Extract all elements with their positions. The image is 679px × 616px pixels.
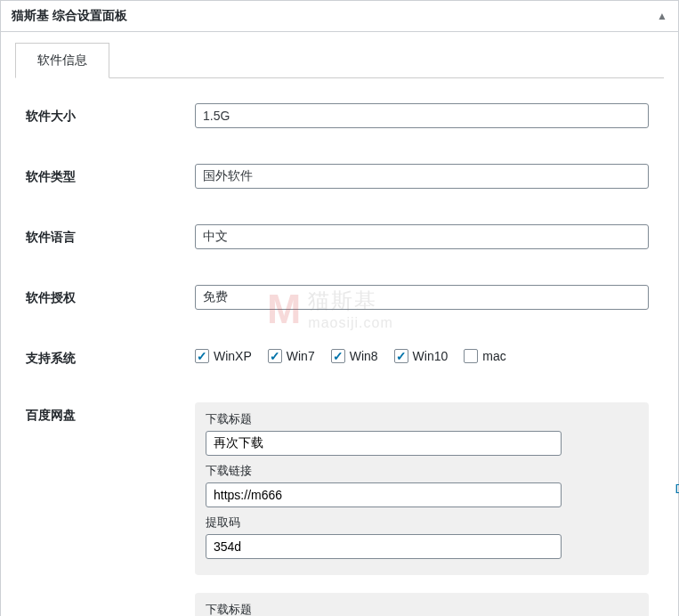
checkbox-winxp[interactable] (195, 349, 209, 363)
checkbox-item-win8[interactable]: Win8 (331, 349, 378, 363)
panel-body: 软件信息 软件大小 软件类型 软件语言 软件授权 (1, 32, 678, 616)
row-software-license: 软件授权 (15, 285, 664, 310)
checkbox-label-win10: Win10 (413, 349, 449, 363)
row-supported-os: 支持系统 WinXP Win7 Win8 (15, 345, 664, 367)
input-software-size[interactable] (195, 103, 649, 128)
checkbox-label-winxp: WinXP (214, 349, 252, 363)
os-checkbox-group: WinXP Win7 Win8 Win10 (195, 345, 664, 363)
row-software-language: 软件语言 (15, 224, 664, 249)
checkbox-item-mac[interactable]: mac (464, 349, 505, 363)
checkbox-mac[interactable] (464, 349, 478, 363)
checkbox-item-winxp[interactable]: WinXP (195, 349, 252, 363)
download-code-input-1[interactable] (206, 534, 562, 559)
row-software-type: 软件类型 (15, 164, 664, 189)
download-link-label-1: 下载链接 (206, 463, 638, 479)
download-group-2: 下载标题 (195, 593, 649, 616)
download-code-label-1: 提取码 (206, 515, 638, 531)
panel-title: 猫斯基 综合设置面板 (12, 8, 127, 24)
label-software-type: 软件类型 (26, 164, 195, 185)
checkbox-win10[interactable] (394, 349, 408, 363)
input-software-type[interactable] (195, 164, 649, 189)
label-baidu-pan: 百度网盘 (26, 402, 195, 424)
input-software-license[interactable] (195, 285, 649, 310)
checkbox-item-win10[interactable]: Win10 (394, 349, 449, 363)
checkbox-label-win7: Win7 (287, 349, 315, 363)
input-software-language[interactable] (195, 224, 649, 249)
download-title-label-1: 下载标题 (206, 411, 638, 427)
label-supported-os: 支持系统 (26, 345, 195, 367)
settings-panel: 猫斯基 综合设置面板 ▲ 软件信息 软件大小 软件类型 软件语言 软件授权 (0, 0, 679, 616)
checkbox-label-mac: mac (482, 349, 505, 363)
checkbox-item-win7[interactable]: Win7 (268, 349, 315, 363)
download-group-1: 下载标题 下载链接 提取码 Delete (195, 402, 649, 575)
checkbox-win7[interactable] (268, 349, 282, 363)
download-title-label-2: 下载标题 (206, 602, 638, 616)
download-title-input-1[interactable] (206, 431, 562, 456)
download-link-input-1[interactable] (206, 482, 562, 507)
panel-header: 猫斯基 综合设置面板 ▲ (1, 1, 678, 32)
label-software-language: 软件语言 (26, 224, 195, 246)
collapse-toggle-icon[interactable]: ▲ (657, 10, 667, 22)
row-software-size: 软件大小 (15, 103, 664, 128)
checkbox-win8[interactable] (331, 349, 345, 363)
checkbox-label-win8: Win8 (350, 349, 378, 363)
label-software-size: 软件大小 (26, 103, 195, 125)
label-software-license: 软件授权 (26, 285, 195, 306)
tab-software-info[interactable]: 软件信息 (15, 43, 109, 78)
tabs: 软件信息 (15, 43, 664, 78)
delete-button-1[interactable]: Delete (675, 482, 679, 496)
row-baidu-pan: 百度网盘 下载标题 下载链接 提取码 Delete (15, 402, 664, 616)
